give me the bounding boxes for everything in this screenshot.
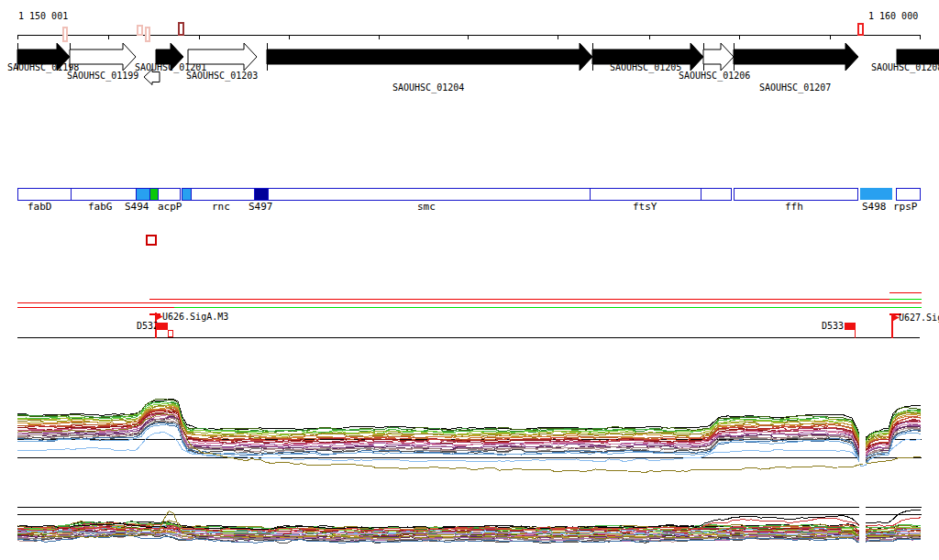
gene-label: SAOUHSC_01199 [67, 71, 138, 82]
ruler-marker[interactable] [146, 27, 149, 41]
flag-label: U627.Sig [899, 313, 939, 323]
dmarker-label: D532 [137, 321, 159, 331]
gene-box[interactable] [701, 188, 731, 200]
gene-box-label: ftsY [633, 201, 657, 213]
gene-label: SAOUHSC_01205 [610, 62, 681, 73]
gene-box[interactable] [860, 188, 892, 200]
gene-label: SAOUHSC_01203 [186, 71, 258, 82]
gene-box-label: S498 [862, 201, 887, 213]
gene-arrow[interactable] [703, 43, 734, 71]
gene-box-label: fabD [28, 201, 52, 213]
gene-box-label: acpP [158, 201, 182, 213]
gene-box[interactable] [182, 188, 191, 200]
genome-browser: 1 150 001 1 160 000 SAOUHSC_01198SAOUHSC… [0, 0, 939, 560]
ruler-marker[interactable] [179, 23, 183, 35]
dmarker-box[interactable] [156, 323, 168, 330]
gene-box[interactable] [158, 188, 180, 200]
browser-canvas: SAOUHSC_01198SAOUHSC_01199SAOUHSC_01201S… [0, 0, 939, 560]
selection-square[interactable] [147, 236, 156, 245]
gene-box-label: S497 [249, 201, 273, 213]
gene-arrow[interactable] [734, 43, 858, 71]
gene-box-label: fabG [88, 201, 113, 213]
dmarker-open-box[interactable] [168, 330, 172, 336]
gene-box[interactable] [896, 188, 920, 200]
dmarker-box[interactable] [845, 323, 856, 330]
gene-box[interactable] [149, 188, 158, 200]
gene-box[interactable] [254, 188, 268, 200]
gene-box-label: rpsP [893, 201, 918, 213]
ruler-marker[interactable] [63, 27, 67, 41]
ruler-marker[interactable] [138, 26, 142, 35]
gene-box[interactable] [71, 188, 136, 200]
gene-label: SAOUHSC_01206 [679, 71, 750, 82]
gene-label: SAOUHSC_01208 [871, 62, 939, 73]
coverage-gap [859, 401, 866, 464]
gene-box-label: smc [417, 201, 436, 213]
gene-arrow[interactable] [267, 43, 592, 71]
coverage-gap [859, 500, 866, 560]
dmarker-label: D533 [822, 321, 844, 331]
gene-box-label: ffh [785, 201, 803, 213]
gene-label: SAOUHSC_01207 [759, 82, 831, 93]
gene-box[interactable] [136, 188, 149, 200]
gene-box[interactable] [734, 188, 857, 200]
gene-box[interactable] [268, 188, 590, 200]
gene-label: SAOUHSC_01204 [392, 82, 464, 93]
gene-box-label: rnc [212, 201, 230, 213]
flag-label: U626.SigA.M3 [162, 312, 228, 322]
gene-box[interactable] [590, 188, 701, 200]
gene-box-label: S494 [125, 201, 149, 213]
gene-box[interactable] [17, 188, 71, 200]
gene-arrow[interactable] [70, 43, 136, 71]
ruler-marker[interactable] [858, 24, 863, 35]
